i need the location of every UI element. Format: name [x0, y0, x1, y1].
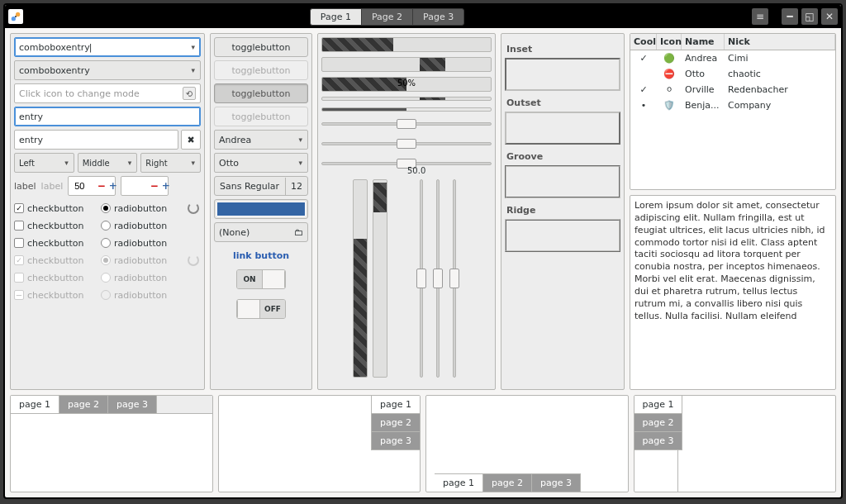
switch-slider[interactable]	[262, 270, 285, 288]
checkbox[interactable]	[14, 238, 24, 248]
menu-icon[interactable]: ≡	[752, 8, 768, 25]
nb-top-tab-3[interactable]: page 3	[108, 396, 157, 413]
switch-on[interactable]: ON	[236, 269, 286, 289]
svg-rect-2	[15, 16, 17, 17]
font-button[interactable]: Sans Regular12	[214, 176, 308, 196]
frame-ridge-label: Ridge	[506, 205, 619, 216]
spin-value[interactable]	[73, 180, 96, 192]
togglebutton-3-pressed[interactable]: togglebutton	[214, 83, 308, 103]
window: Page 1 Page 2 Page 3 ≡ ━ ◱ ✕ comboboxent…	[3, 3, 843, 499]
color-button[interactable]	[214, 199, 308, 219]
face-icon: ⚪	[657, 83, 682, 96]
frame-groove-label: Groove	[506, 151, 619, 162]
combo-middle[interactable]: Middle	[78, 153, 138, 173]
link-button[interactable]: link button	[214, 245, 308, 266]
comboboxentry-active[interactable]: comboboxentry|	[14, 37, 201, 57]
radio-disabled	[101, 273, 111, 283]
tab-page-1[interactable]: Page 1	[310, 8, 362, 26]
spin-value-empty[interactable]	[126, 180, 149, 192]
radio[interactable]	[101, 221, 111, 231]
checkbox-disabled	[14, 273, 24, 283]
frame-outset-label: Outset	[506, 97, 619, 108]
nb-right-tab-1[interactable]: page 1	[371, 396, 420, 414]
vertical-widgets: 50.0	[321, 179, 492, 378]
nb-left-tab-2[interactable]: page 2	[634, 414, 683, 432]
frame-inset-label: Inset	[506, 44, 619, 55]
spin-plus-icon[interactable]: +	[107, 180, 118, 192]
combo-otto[interactable]: Otto	[214, 153, 308, 173]
nb-bottom-tab-3[interactable]: page 3	[532, 473, 581, 492]
spin-minus-icon[interactable]: −	[96, 180, 107, 192]
nb-right-tab-3[interactable]: page 3	[371, 432, 420, 450]
combo-left[interactable]: Left	[14, 153, 74, 173]
notebooks-row: page 1 page 2 page 3 page 1 page 2 page …	[10, 395, 836, 492]
textview-lorem[interactable]: Lorem ipsum dolor sit amet, consectetur …	[630, 195, 836, 390]
vprogressbar-2	[373, 179, 387, 378]
combo-right[interactable]: Right	[140, 153, 201, 173]
nb-right-tab-2[interactable]: page 2	[371, 414, 420, 432]
col-name-header[interactable]: Name	[682, 34, 725, 50]
table-row[interactable]: ✓⚪OrvilleRedenbacher	[630, 82, 835, 97]
vscale-value-label: 50.0	[407, 166, 425, 175]
togglebutton-2: togglebutton	[214, 60, 308, 80]
levelbar	[321, 107, 492, 112]
spinbutton-50[interactable]: −+	[68, 176, 116, 196]
entry-2[interactable]: entry	[14, 130, 178, 150]
vscale-3[interactable]	[449, 179, 460, 378]
mode-toggle-icon[interactable]: ⟲	[183, 87, 196, 100]
titlebar: Page 1 Page 2 Page 3 ≡ ━ ◱ ✕	[5, 5, 841, 28]
check-radio-grid: checkbutton radiobutton checkbutton radi…	[14, 201, 201, 302]
togglebutton-4: togglebutton	[214, 107, 308, 126]
comboboxentry[interactable]: comboboxentry	[14, 60, 201, 80]
nb-bottom-tab-1[interactable]: page 1	[435, 473, 483, 492]
vscale-2[interactable]	[432, 179, 444, 378]
hscale-2[interactable]	[321, 138, 492, 150]
spin-plus-icon[interactable]: +	[160, 180, 171, 192]
radio-mixed	[101, 290, 111, 300]
switch-slider[interactable]	[237, 300, 260, 318]
checkbox-disabled-checked	[14, 255, 24, 265]
checkbox-checked[interactable]	[14, 203, 24, 213]
nb-bottom-tab-2[interactable]: page 2	[483, 473, 532, 492]
notebook-left: page 1 page 2 page 3	[634, 395, 837, 492]
notebook-right: page 1 page 2 page 3	[218, 395, 421, 492]
hscale-3[interactable]	[321, 158, 492, 169]
radio[interactable]	[101, 238, 111, 248]
entry-1[interactable]: entry	[14, 107, 201, 126]
nb-left-tab-1[interactable]: page 1	[634, 396, 683, 414]
checkbox[interactable]	[14, 221, 24, 231]
table-row[interactable]: ✓🟢AndreaCimi	[630, 50, 835, 66]
face-icon: 🛡️	[657, 99, 682, 112]
spinner-icon	[188, 202, 199, 214]
vscale-1[interactable]: 50.0	[416, 179, 427, 378]
frame-inset	[505, 58, 620, 91]
radio-on[interactable]	[101, 203, 111, 213]
togglebutton-1[interactable]: togglebutton	[214, 37, 308, 57]
spinbutton-empty[interactable]: −+	[121, 176, 169, 196]
hscale-1[interactable]	[321, 118, 492, 130]
treeview[interactable]: Cool Icon Name Nick ✓🟢AndreaCimi ⛔Ottoch…	[630, 33, 836, 190]
maximize-icon[interactable]: ◱	[801, 8, 818, 25]
icon-entry[interactable]: Click icon to change mode ⟲	[14, 83, 201, 103]
combo-andrea[interactable]: Andrea	[214, 130, 308, 150]
frames-panel: Inset Outset Groove Ridge	[501, 33, 625, 390]
spin-minus-icon[interactable]: −	[149, 180, 159, 192]
col-icon-header[interactable]: Icon	[657, 34, 682, 50]
folder-icon: 🗀	[294, 227, 303, 238]
col-nick-header[interactable]: Nick	[725, 34, 835, 50]
nb-left-tab-3[interactable]: page 3	[634, 432, 683, 450]
clear-icon[interactable]: ✖	[181, 130, 201, 150]
tab-page-2[interactable]: Page 2	[361, 8, 413, 26]
file-chooser-button[interactable]: (None)🗀	[214, 222, 308, 242]
spinner-disabled-icon	[188, 254, 199, 266]
nb-top-tab-2[interactable]: page 2	[59, 396, 108, 413]
col-cool-header[interactable]: Cool	[630, 34, 657, 50]
tab-page-3[interactable]: Page 3	[412, 8, 464, 26]
table-row[interactable]: •🛡️Benja...Company	[630, 97, 835, 113]
close-icon[interactable]: ✕	[821, 8, 838, 25]
minimize-icon[interactable]: ━	[782, 8, 798, 25]
frame-groove	[505, 165, 620, 198]
table-row[interactable]: ⛔Ottochaotic	[630, 66, 835, 82]
switch-off[interactable]: OFF	[236, 299, 286, 319]
nb-top-tab-1[interactable]: page 1	[11, 396, 59, 413]
